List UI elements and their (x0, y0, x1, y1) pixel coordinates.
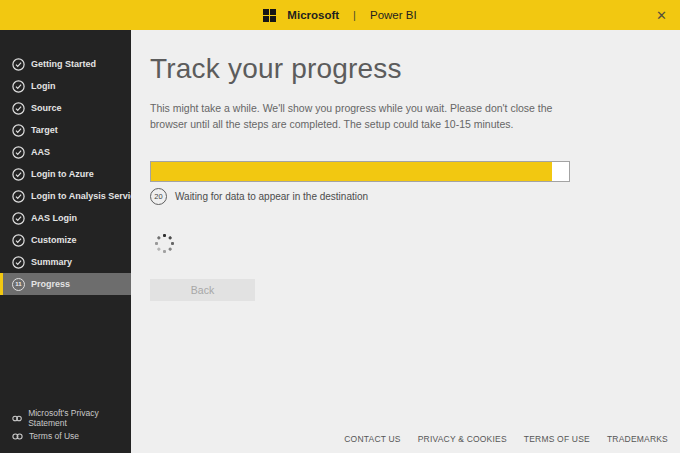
sidebar-footer-link[interactable]: Terms of Use (0, 427, 131, 445)
check-circle-icon (12, 190, 25, 203)
setup-wizard-window: Microsoft | Power BI ✕ Getting Started L… (0, 0, 680, 453)
check-circle-icon (12, 234, 25, 247)
footer-link[interactable]: TERMS OF USE (524, 434, 590, 444)
sidebar-step-item[interactable]: Login (0, 75, 131, 97)
close-icon[interactable]: ✕ (656, 9, 667, 22)
sidebar-step-label: Login to Analysis Services (31, 191, 131, 201)
check-circle-icon (12, 58, 25, 71)
sidebar-step-item[interactable]: 11 Progress (0, 273, 131, 295)
sidebar-step-label: Getting Started (31, 59, 96, 69)
sidebar-step-label: AAS Login (31, 213, 77, 223)
link-icon (12, 432, 23, 441)
step-number-icon: 11 (12, 278, 25, 291)
check-circle-icon (12, 146, 25, 159)
sidebar-step-item[interactable]: Getting Started (0, 53, 131, 75)
brand-name: Microsoft (287, 9, 339, 21)
sidebar-step-item[interactable]: Login to Azure (0, 163, 131, 185)
sidebar-steps: Getting Started Login Source Target AAS (0, 30, 131, 295)
link-icon (12, 414, 22, 423)
progress-bar-fill (151, 162, 552, 181)
sidebar-step-item[interactable]: Source (0, 97, 131, 119)
sidebar-footer-link-label: Terms of Use (29, 431, 79, 441)
sidebar-footer-links: Microsoft's Privacy Statement Terms of U… (0, 409, 131, 445)
page-footer: CONTACT US PRIVACY & COOKIES TERMS OF US… (344, 434, 668, 444)
back-button[interactable]: Back (150, 279, 255, 301)
sidebar-step-item[interactable]: Login to Analysis Services (0, 185, 131, 207)
footer-link[interactable]: CONTACT US (344, 434, 400, 444)
sidebar: Getting Started Login Source Target AAS (0, 30, 131, 453)
sidebar-step-item[interactable]: Summary (0, 251, 131, 273)
sidebar-step-label: Customize (31, 235, 77, 245)
status-row: 20 Waiting for data to appear in the des… (150, 188, 680, 205)
main-panel: Track your progress This might take a wh… (131, 30, 680, 453)
check-circle-icon (12, 212, 25, 225)
sidebar-step-item[interactable]: Target (0, 119, 131, 141)
sidebar-step-label: Login (31, 81, 56, 91)
brand-divider: | (353, 9, 356, 21)
status-step-badge: 20 (150, 188, 167, 205)
check-circle-icon (12, 256, 25, 269)
page-title: Track your progress (150, 53, 680, 85)
sidebar-step-label: Login to Azure (31, 169, 94, 179)
sidebar-step-label: Source (31, 103, 62, 113)
sidebar-step-label: Target (31, 125, 58, 135)
footer-link[interactable]: TRADEMARKS (607, 434, 668, 444)
sidebar-step-item[interactable]: Customize (0, 229, 131, 251)
sidebar-step-item[interactable]: AAS Login (0, 207, 131, 229)
header-bar: Microsoft | Power BI ✕ (0, 0, 680, 30)
page-description: This might take a while. We'll show you … (150, 100, 578, 133)
sidebar-step-label: AAS (31, 147, 50, 157)
microsoft-logo-icon (263, 9, 276, 22)
check-circle-icon (12, 80, 25, 93)
sidebar-footer-link[interactable]: Microsoft's Privacy Statement (0, 409, 131, 427)
footer-link[interactable]: PRIVACY & COOKIES (418, 434, 507, 444)
loading-spinner-icon (153, 233, 175, 255)
product-name: Power BI (370, 9, 417, 21)
check-circle-icon (12, 124, 25, 137)
status-text: Waiting for data to appear in the destin… (175, 191, 368, 202)
sidebar-step-label: Summary (31, 257, 72, 267)
sidebar-step-item[interactable]: AAS (0, 141, 131, 163)
sidebar-step-label: Progress (31, 279, 70, 289)
check-circle-icon (12, 102, 25, 115)
brand-row: Microsoft | Power BI (263, 9, 416, 22)
progress-bar (150, 161, 570, 182)
sidebar-footer-link-label: Microsoft's Privacy Statement (28, 408, 131, 428)
check-circle-icon (12, 168, 25, 181)
